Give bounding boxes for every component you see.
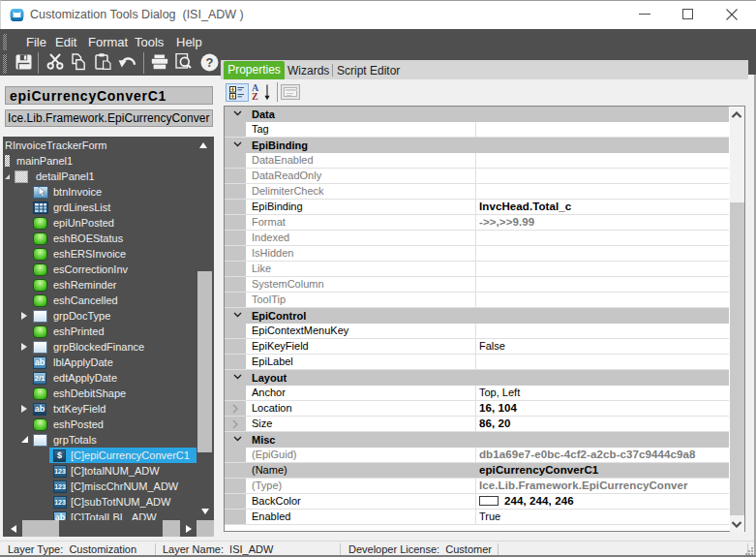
svg-text:?: ? (206, 55, 214, 70)
